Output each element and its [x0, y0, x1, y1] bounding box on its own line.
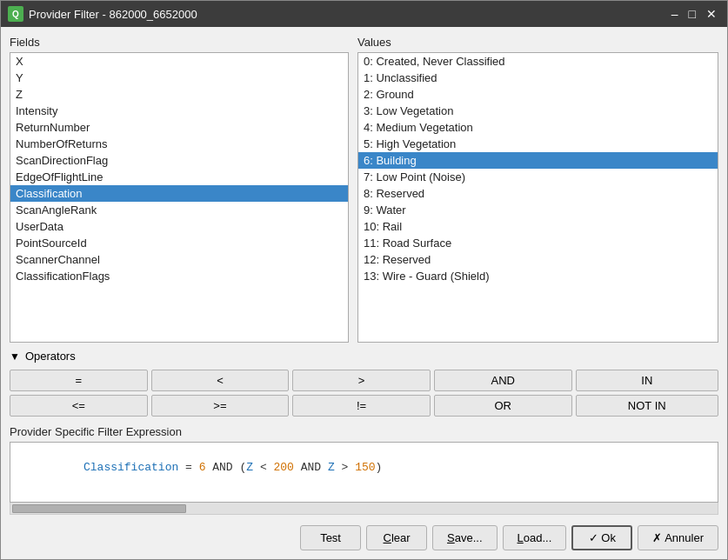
fields-list-item[interactable]: Intensity — [10, 103, 348, 119]
titlebar-left: Q Provider Filter - 862000_6652000 — [8, 6, 197, 22]
titlebar: Q Provider Filter - 862000_6652000 – □ ✕ — [1, 1, 727, 27]
values-list-item[interactable]: 1: Unclassified — [358, 70, 718, 86]
values-list-item[interactable]: 13: Wire - Guard (Shield) — [358, 268, 718, 284]
expr-150: 150 — [355, 461, 375, 474]
test-button[interactable]: Test — [300, 525, 361, 550]
op-btn-gt[interactable]: > — [292, 370, 431, 391]
fields-list-item[interactable]: ScanAngleRank — [10, 202, 348, 218]
op-btn-or[interactable]: OR — [434, 395, 572, 417]
fields-listbox[interactable]: XYZIntensityReturnNumberNumberOfReturnsS… — [10, 52, 349, 343]
clear-rest: lear — [391, 531, 411, 544]
filter-expression: Classification = 6 AND (Z < 200 AND Z > … — [16, 461, 382, 487]
expr-eq: = — [178, 461, 198, 474]
values-list-item[interactable]: 9: Water — [358, 202, 718, 218]
bottom-buttons: Test Clear Save... Load... ✓ Ok ✗ Annule… — [10, 522, 718, 550]
values-list-item[interactable]: 6: Building — [358, 152, 718, 169]
expr-lt: < — [253, 461, 273, 474]
op-btn-gte[interactable]: >= — [151, 395, 290, 417]
app-icon: Q — [8, 6, 23, 22]
op-btn-lte[interactable]: <= — [10, 395, 148, 417]
fields-list-item[interactable]: ReturnNumber — [10, 119, 348, 136]
op-btn-lt[interactable]: < — [151, 370, 290, 391]
load-rest: oad... — [524, 531, 552, 544]
op-btn-in[interactable]: IN — [576, 370, 718, 391]
operators-grid: =<>ANDIN<=>=!=ORNOT IN — [10, 368, 718, 418]
values-list-item[interactable]: 10: Rail — [358, 218, 718, 235]
cancel-button[interactable]: ✗ Annuler — [638, 525, 718, 550]
load-button[interactable]: Load... — [503, 525, 567, 550]
fields-list-item[interactable]: ClassificationFlags — [10, 268, 348, 284]
op-btn-notin[interactable]: NOT IN — [576, 395, 718, 417]
values-list-item[interactable]: 0: Created, Never Classified — [358, 53, 718, 70]
operators-arrow: ▼ — [10, 350, 20, 363]
op-btn-eq[interactable]: = — [10, 370, 148, 391]
expr-close: ) — [376, 461, 383, 474]
values-listbox[interactable]: 0: Created, Never Classified1: Unclassif… — [357, 52, 718, 343]
close-button[interactable]: ✕ — [703, 8, 720, 20]
fields-list-item[interactable]: Y — [10, 70, 348, 86]
operators-header[interactable]: ▼ Operators — [10, 350, 718, 363]
fields-label: Fields — [10, 36, 349, 49]
fields-list-item[interactable]: X — [10, 53, 348, 70]
values-list-item[interactable]: 2: Ground — [358, 86, 718, 103]
op-btn-neq[interactable]: != — [292, 395, 431, 417]
titlebar-controls: – □ ✕ — [668, 8, 720, 20]
values-list-item[interactable]: 11: Road Surface — [358, 235, 718, 251]
clear-label: C — [384, 531, 391, 544]
values-list-item[interactable]: 3: Low Vegetation — [358, 103, 718, 119]
expr-z1: Z — [246, 461, 253, 474]
fields-list-item[interactable]: UserData — [10, 218, 348, 235]
fields-list-item[interactable]: ScannerChannel — [10, 251, 348, 268]
fields-list-item[interactable]: PointSourceId — [10, 235, 348, 251]
save-s: S — [447, 531, 455, 544]
save-button[interactable]: Save... — [432, 525, 497, 550]
expr-and1: AND ( — [205, 461, 246, 474]
content-area: Fields XYZIntensityReturnNumberNumberOfR… — [1, 27, 727, 559]
main-window: Q Provider Filter - 862000_6652000 – □ ✕… — [0, 0, 728, 560]
filter-scrollbar-thumb — [12, 504, 186, 513]
values-list-item[interactable]: 12: Reserved — [358, 251, 718, 268]
save-rest: ave... — [455, 531, 483, 544]
fields-list-item[interactable]: Classification — [10, 185, 348, 202]
fields-list-item[interactable]: EdgeOfFlightLine — [10, 169, 348, 185]
filter-horizontal-scrollbar[interactable] — [10, 503, 718, 515]
load-l: L — [518, 531, 524, 544]
fields-list-item[interactable]: Z — [10, 86, 348, 103]
top-section: Fields XYZIntensityReturnNumberNumberOfR… — [10, 36, 718, 343]
operators-label: Operators — [25, 350, 76, 363]
filter-expression-box[interactable]: Classification = 6 AND (Z < 200 AND Z > … — [10, 442, 718, 503]
values-list-item[interactable]: 8: Reserved — [358, 185, 718, 202]
clear-button[interactable]: Clear — [366, 525, 427, 550]
minimize-button[interactable]: – — [668, 8, 682, 20]
values-panel: Values 0: Created, Never Classified1: Un… — [357, 36, 718, 343]
values-list-item[interactable]: 4: Medium Vegetation — [358, 119, 718, 136]
op-btn-and[interactable]: AND — [434, 370, 572, 391]
operators-section: ▼ Operators =<>ANDIN<=>=!=ORNOT IN — [10, 350, 718, 418]
values-list-item[interactable]: 7: Low Point (Noise) — [358, 169, 718, 185]
fields-panel: Fields XYZIntensityReturnNumberNumberOfR… — [10, 36, 349, 343]
filter-section: Provider Specific Filter Expression Clas… — [10, 425, 718, 515]
expr-gt: > — [335, 461, 355, 474]
expr-200: 200 — [273, 461, 293, 474]
expr-z2: Z — [328, 461, 335, 474]
values-label: Values — [357, 36, 718, 49]
fields-list-item[interactable]: ScanDirectionFlag — [10, 152, 348, 169]
values-list-item[interactable]: 5: High Vegetation — [358, 136, 718, 152]
expr-classification: Classification — [83, 461, 178, 474]
maximize-button[interactable]: □ — [685, 8, 699, 20]
window-title: Provider Filter - 862000_6652000 — [29, 8, 197, 21]
filter-label: Provider Specific Filter Expression — [10, 425, 718, 438]
ok-button[interactable]: ✓ Ok — [571, 525, 632, 550]
fields-list-item[interactable]: NumberOfReturns — [10, 136, 348, 152]
expr-and2: AND — [294, 461, 328, 474]
